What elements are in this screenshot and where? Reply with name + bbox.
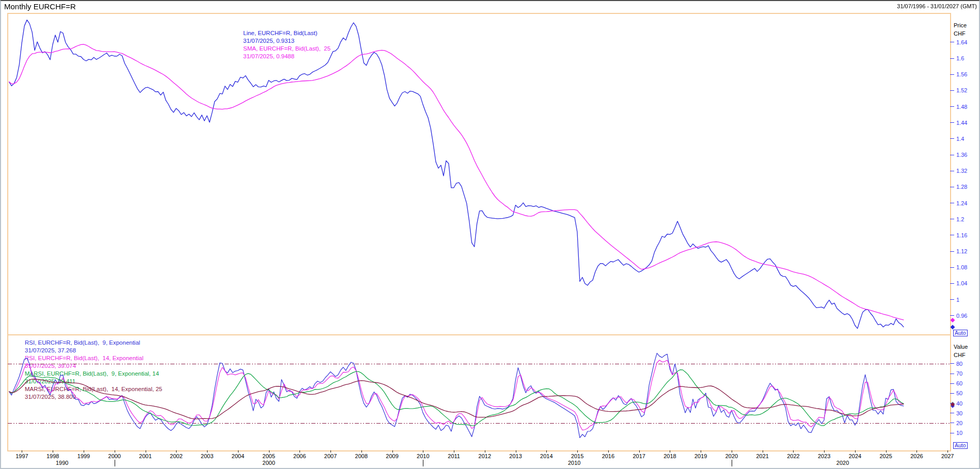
year-tick: [947, 450, 948, 452]
year-tick: [53, 450, 53, 452]
year-tick: [732, 450, 732, 452]
year-tick: [546, 450, 547, 452]
year-tick: [886, 450, 887, 452]
chart-canvas[interactable]: [0, 0, 980, 469]
year-tick: [84, 450, 84, 452]
year-tick: [423, 450, 423, 452]
year-tick: [392, 450, 393, 452]
year-tick: [454, 450, 454, 452]
year-tick: [793, 450, 794, 452]
year-tick: [855, 450, 856, 452]
year-tick: [485, 450, 485, 452]
year-tick: [916, 450, 917, 452]
year-tick: [361, 450, 362, 452]
decade-tick: [423, 460, 423, 466]
year-tick: [577, 450, 578, 452]
year-tick: [670, 450, 670, 452]
year-tick: [701, 450, 701, 452]
year-tick: [115, 450, 115, 452]
year-tick: [22, 450, 22, 452]
year-tick: [516, 450, 516, 452]
year-tick: [639, 450, 640, 452]
year-tick: [146, 450, 146, 452]
decade-tick: [732, 460, 732, 466]
year-tick: [207, 450, 208, 452]
year-tick: [330, 450, 331, 452]
year-tick: [176, 450, 177, 452]
year-tick: [763, 450, 763, 452]
year-tick: [608, 450, 609, 452]
value-axis-auto-button[interactable]: Auto: [953, 442, 968, 449]
date-range-label: 31/07/1996 - 31/01/2027 (GMT): [897, 3, 977, 9]
price-axis-auto-button[interactable]: Auto: [953, 330, 968, 336]
chart-title: Monthly EURCHF=R: [4, 2, 76, 11]
year-tick: [299, 450, 300, 452]
decade-tick: [115, 460, 115, 466]
year-tick: [238, 450, 239, 452]
year-tick: [824, 450, 825, 452]
year-tick: [269, 450, 270, 452]
